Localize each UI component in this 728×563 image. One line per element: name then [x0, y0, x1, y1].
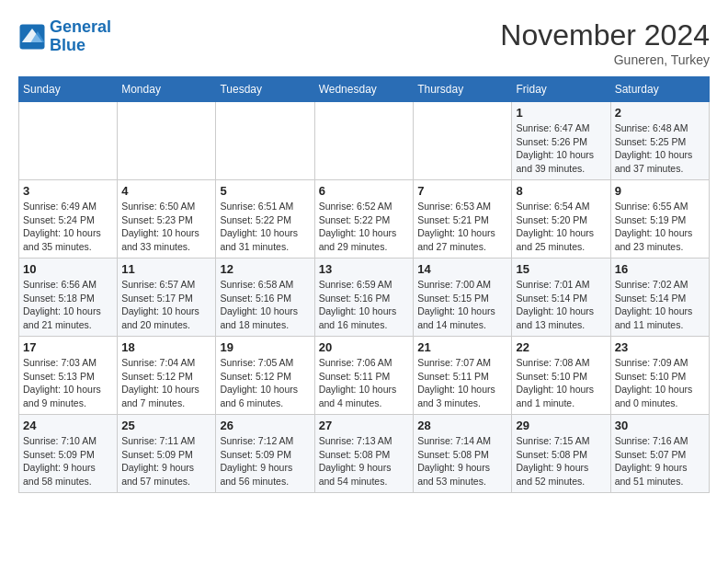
day-info: Sunrise: 7:09 AM Sunset: 5:10 PM Dayligh…: [615, 356, 705, 410]
calendar-cell: [216, 102, 314, 180]
calendar-week-row: 1Sunrise: 6:47 AM Sunset: 5:26 PM Daylig…: [19, 102, 710, 180]
day-number: 17: [23, 340, 113, 354]
calendar-cell: 24Sunrise: 7:10 AM Sunset: 5:09 PM Dayli…: [19, 415, 118, 493]
day-of-week-header: Thursday: [414, 77, 512, 102]
calendar-cell: 26Sunrise: 7:12 AM Sunset: 5:09 PM Dayli…: [216, 415, 314, 493]
calendar-cell: 18Sunrise: 7:04 AM Sunset: 5:12 PM Dayli…: [118, 337, 216, 415]
calendar-cell: 7Sunrise: 6:53 AM Sunset: 5:21 PM Daylig…: [414, 180, 512, 259]
day-number: 13: [319, 262, 410, 276]
day-info: Sunrise: 6:59 AM Sunset: 5:16 PM Dayligh…: [319, 278, 410, 332]
logo-icon: [18, 23, 46, 51]
page-header: General Blue November 2024 Guneren, Turk…: [18, 18, 710, 67]
day-info: Sunrise: 6:55 AM Sunset: 5:19 PM Dayligh…: [615, 200, 705, 254]
calendar-cell: [314, 102, 414, 180]
calendar-week-row: 24Sunrise: 7:10 AM Sunset: 5:09 PM Dayli…: [19, 415, 710, 493]
calendar-cell: 28Sunrise: 7:14 AM Sunset: 5:08 PM Dayli…: [414, 415, 512, 493]
calendar-header: SundayMondayTuesdayWednesdayThursdayFrid…: [19, 77, 710, 102]
day-number: 19: [220, 340, 310, 354]
day-number: 7: [417, 184, 507, 198]
day-number: 9: [615, 184, 705, 198]
day-of-week-header: Sunday: [19, 77, 118, 102]
location: Guneren, Turkey: [500, 52, 710, 67]
day-number: 30: [615, 419, 705, 432]
day-info: Sunrise: 7:10 AM Sunset: 5:09 PM Dayligh…: [23, 434, 113, 488]
day-number: 11: [121, 262, 211, 276]
day-number: 14: [417, 262, 507, 276]
day-info: Sunrise: 6:49 AM Sunset: 5:24 PM Dayligh…: [23, 200, 113, 254]
day-info: Sunrise: 6:47 AM Sunset: 5:26 PM Dayligh…: [516, 121, 606, 176]
day-info: Sunrise: 7:02 AM Sunset: 5:14 PM Dayligh…: [615, 278, 705, 332]
day-number: 25: [121, 419, 211, 432]
calendar-cell: 16Sunrise: 7:02 AM Sunset: 5:14 PM Dayli…: [610, 259, 709, 337]
calendar-cell: 1Sunrise: 6:47 AM Sunset: 5:26 PM Daylig…: [512, 102, 610, 180]
calendar-cell: 27Sunrise: 7:13 AM Sunset: 5:08 PM Dayli…: [314, 415, 414, 493]
calendar-cell: 13Sunrise: 6:59 AM Sunset: 5:16 PM Dayli…: [314, 259, 414, 337]
day-info: Sunrise: 6:53 AM Sunset: 5:21 PM Dayligh…: [417, 200, 507, 254]
calendar-cell: 29Sunrise: 7:15 AM Sunset: 5:08 PM Dayli…: [512, 415, 610, 493]
calendar-cell: 30Sunrise: 7:16 AM Sunset: 5:07 PM Dayli…: [610, 415, 709, 493]
day-info: Sunrise: 6:52 AM Sunset: 5:22 PM Dayligh…: [319, 200, 410, 254]
day-info: Sunrise: 6:51 AM Sunset: 5:22 PM Dayligh…: [220, 200, 310, 254]
day-of-week-header: Monday: [118, 77, 216, 102]
calendar-cell: 20Sunrise: 7:06 AM Sunset: 5:11 PM Dayli…: [314, 337, 414, 415]
day-number: 28: [417, 419, 507, 432]
day-number: 1: [516, 106, 606, 120]
day-info: Sunrise: 7:14 AM Sunset: 5:08 PM Dayligh…: [417, 434, 507, 488]
logo: General Blue: [18, 18, 111, 55]
day-info: Sunrise: 7:08 AM Sunset: 5:10 PM Dayligh…: [516, 356, 606, 410]
day-number: 20: [319, 340, 410, 354]
day-info: Sunrise: 7:15 AM Sunset: 5:08 PM Dayligh…: [516, 434, 606, 488]
calendar-cell: 5Sunrise: 6:51 AM Sunset: 5:22 PM Daylig…: [216, 180, 314, 259]
calendar-cell: 17Sunrise: 7:03 AM Sunset: 5:13 PM Dayli…: [19, 337, 118, 415]
day-info: Sunrise: 6:56 AM Sunset: 5:18 PM Dayligh…: [23, 278, 113, 332]
day-info: Sunrise: 7:01 AM Sunset: 5:14 PM Dayligh…: [516, 278, 606, 332]
calendar-cell: [118, 102, 216, 180]
calendar-week-row: 17Sunrise: 7:03 AM Sunset: 5:13 PM Dayli…: [19, 337, 710, 415]
day-number: 26: [220, 419, 310, 432]
header-row: SundayMondayTuesdayWednesdayThursdayFrid…: [19, 77, 710, 102]
calendar-cell: 2Sunrise: 6:48 AM Sunset: 5:25 PM Daylig…: [610, 102, 709, 180]
calendar-cell: 19Sunrise: 7:05 AM Sunset: 5:12 PM Dayli…: [216, 337, 314, 415]
day-info: Sunrise: 6:54 AM Sunset: 5:20 PM Dayligh…: [516, 200, 606, 254]
day-info: Sunrise: 7:00 AM Sunset: 5:15 PM Dayligh…: [417, 278, 507, 332]
day-number: 21: [417, 340, 507, 354]
calendar-cell: 22Sunrise: 7:08 AM Sunset: 5:10 PM Dayli…: [512, 337, 610, 415]
calendar-cell: 15Sunrise: 7:01 AM Sunset: 5:14 PM Dayli…: [512, 259, 610, 337]
day-number: 22: [516, 340, 606, 354]
day-info: Sunrise: 7:04 AM Sunset: 5:12 PM Dayligh…: [121, 356, 211, 410]
day-number: 5: [220, 184, 310, 198]
day-info: Sunrise: 6:57 AM Sunset: 5:17 PM Dayligh…: [121, 278, 211, 332]
day-number: 8: [516, 184, 606, 198]
calendar-cell: 8Sunrise: 6:54 AM Sunset: 5:20 PM Daylig…: [512, 180, 610, 259]
calendar-cell: 21Sunrise: 7:07 AM Sunset: 5:11 PM Dayli…: [414, 337, 512, 415]
day-number: 2: [615, 106, 705, 120]
calendar-cell: 14Sunrise: 7:00 AM Sunset: 5:15 PM Dayli…: [414, 259, 512, 337]
calendar-table: SundayMondayTuesdayWednesdayThursdayFrid…: [18, 76, 710, 493]
day-number: 16: [615, 262, 705, 276]
day-number: 27: [319, 419, 410, 432]
day-info: Sunrise: 7:05 AM Sunset: 5:12 PM Dayligh…: [220, 356, 310, 410]
month-title: November 2024: [500, 18, 710, 52]
title-block: November 2024 Guneren, Turkey: [500, 18, 710, 67]
day-info: Sunrise: 7:12 AM Sunset: 5:09 PM Dayligh…: [220, 434, 310, 488]
calendar-cell: 23Sunrise: 7:09 AM Sunset: 5:10 PM Dayli…: [610, 337, 709, 415]
calendar-cell: 6Sunrise: 6:52 AM Sunset: 5:22 PM Daylig…: [314, 180, 414, 259]
calendar-cell: [414, 102, 512, 180]
calendar-cell: 11Sunrise: 6:57 AM Sunset: 5:17 PM Dayli…: [118, 259, 216, 337]
calendar-cell: 25Sunrise: 7:11 AM Sunset: 5:09 PM Dayli…: [118, 415, 216, 493]
day-of-week-header: Friday: [512, 77, 610, 102]
day-number: 10: [23, 262, 113, 276]
calendar-week-row: 10Sunrise: 6:56 AM Sunset: 5:18 PM Dayli…: [19, 259, 710, 337]
day-info: Sunrise: 7:13 AM Sunset: 5:08 PM Dayligh…: [319, 434, 410, 488]
calendar-cell: 9Sunrise: 6:55 AM Sunset: 5:19 PM Daylig…: [610, 180, 709, 259]
day-info: Sunrise: 7:03 AM Sunset: 5:13 PM Dayligh…: [23, 356, 113, 410]
day-of-week-header: Saturday: [610, 77, 709, 102]
day-number: 4: [121, 184, 211, 198]
day-number: 15: [516, 262, 606, 276]
logo-line2: Blue: [50, 36, 85, 54]
day-info: Sunrise: 7:06 AM Sunset: 5:11 PM Dayligh…: [319, 356, 410, 410]
day-of-week-header: Wednesday: [314, 77, 414, 102]
calendar-cell: 4Sunrise: 6:50 AM Sunset: 5:23 PM Daylig…: [118, 180, 216, 259]
day-number: 6: [319, 184, 410, 198]
day-number: 18: [121, 340, 211, 354]
